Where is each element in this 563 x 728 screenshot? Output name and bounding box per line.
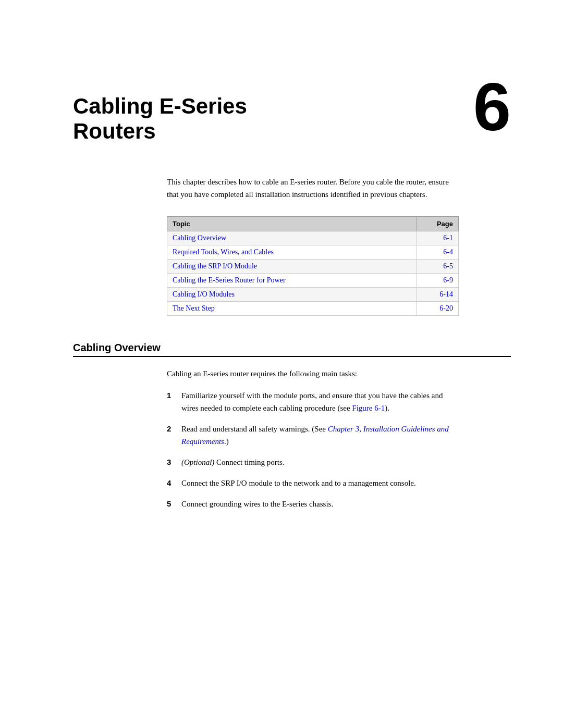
- toc-topic[interactable]: Cabling the E-Series Router for Power: [167, 273, 417, 287]
- figure-link[interactable]: Figure 6-1: [352, 404, 385, 412]
- section-body: Cabling an E-series router requires the …: [167, 367, 459, 510]
- chapter-title-block: Cabling E-Series Routers: [73, 73, 473, 144]
- cabling-overview-section-header: Cabling Overview: [73, 342, 511, 357]
- toc-topic[interactable]: Cabling the SRP I/O Module: [167, 259, 417, 273]
- chapter-number: 6: [473, 73, 511, 141]
- section-intro: Cabling an E-series router requires the …: [167, 367, 459, 380]
- list-text: Read and understand all safety warnings.…: [181, 423, 459, 448]
- toc-body: Cabling Overview6-1Required Tools, Wires…: [167, 231, 459, 315]
- page: Cabling E-Series Routers 6 This chapter …: [0, 0, 563, 728]
- list-item: 4Connect the SRP I/O module to the netwo…: [167, 477, 459, 489]
- toc-row[interactable]: Cabling Overview6-1: [167, 231, 459, 245]
- toc-topic[interactable]: Cabling Overview: [167, 231, 417, 245]
- intro-paragraph: This chapter describes how to cable an E…: [167, 176, 459, 201]
- toc-page: 6-5: [417, 259, 459, 273]
- optional-label: (Optional): [181, 458, 214, 466]
- list-text: Connect grounding wires to the E-series …: [181, 498, 459, 510]
- list-item: 2Read and understand all safety warnings…: [167, 423, 459, 448]
- list-number: 1: [167, 389, 181, 402]
- list-item: 5Connect grounding wires to the E-series…: [167, 498, 459, 510]
- chapter-title: Cabling E-Series Routers: [73, 94, 473, 144]
- toc-row[interactable]: Cabling I/O Modules6-14: [167, 287, 459, 301]
- toc-row[interactable]: Required Tools, Wires, and Cables6-4: [167, 245, 459, 259]
- toc-page: 6-20: [417, 301, 459, 315]
- toc-header-row: Topic Page: [167, 216, 459, 231]
- toc-page: 6-14: [417, 287, 459, 301]
- chapter-header: Cabling E-Series Routers 6: [73, 73, 511, 144]
- toc-row[interactable]: The Next Step6-20: [167, 301, 459, 315]
- cabling-overview-list: 1Familiarize yourself with the module po…: [167, 389, 459, 510]
- list-text: Connect the SRP I/O module to the networ…: [181, 477, 459, 489]
- toc-row[interactable]: Cabling the E-Series Router for Power6-9: [167, 273, 459, 287]
- toc-page: 6-9: [417, 273, 459, 287]
- toc-col-page: Page: [417, 216, 459, 231]
- list-number: 2: [167, 423, 181, 435]
- list-number: 3: [167, 456, 181, 468]
- list-text: Familiarize yourself with the module por…: [181, 389, 459, 414]
- toc-topic[interactable]: Required Tools, Wires, and Cables: [167, 245, 417, 259]
- toc-page: 6-1: [417, 231, 459, 245]
- list-item: 3(Optional) Connect timing ports.: [167, 456, 459, 468]
- list-item: 1Familiarize yourself with the module po…: [167, 389, 459, 414]
- toc-topic[interactable]: Cabling I/O Modules: [167, 287, 417, 301]
- section-heading: Cabling Overview: [73, 342, 161, 353]
- toc-table: Topic Page Cabling Overview6-1Required T…: [167, 216, 459, 316]
- toc-row[interactable]: Cabling the SRP I/O Module6-5: [167, 259, 459, 273]
- chapter-link[interactable]: Chapter 3, Installation Guidelines and R…: [181, 425, 449, 446]
- chapter-title-line1: Cabling E-Series: [73, 94, 247, 118]
- chapter-title-line2: Routers: [73, 119, 156, 143]
- toc-page: 6-4: [417, 245, 459, 259]
- list-text: (Optional) Connect timing ports.: [181, 456, 459, 468]
- list-number: 5: [167, 498, 181, 510]
- list-number: 4: [167, 477, 181, 489]
- toc-topic[interactable]: The Next Step: [167, 301, 417, 315]
- toc-col-topic: Topic: [167, 216, 417, 231]
